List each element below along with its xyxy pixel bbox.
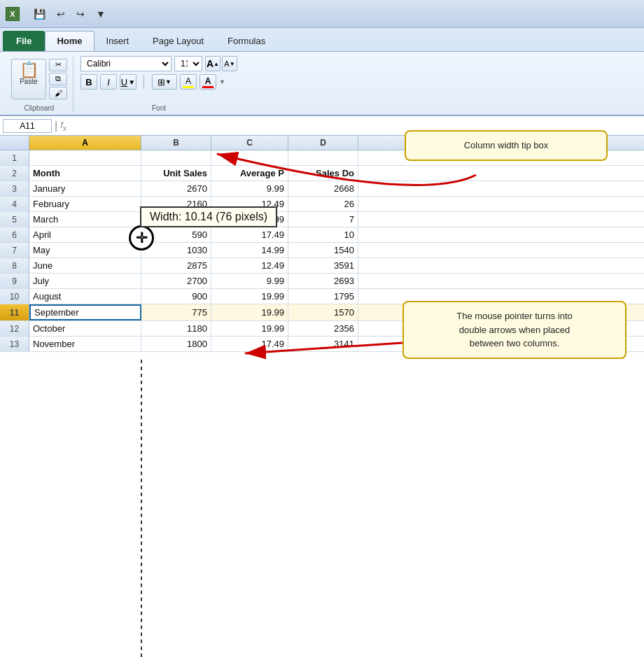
cell[interactable]: September <box>29 304 141 320</box>
cell[interactable]: August <box>29 289 141 304</box>
cell[interactable] <box>288 150 358 165</box>
save-button[interactable]: 💾 <box>29 6 50 22</box>
cell[interactable]: 3141 <box>288 337 358 351</box>
cell[interactable]: 900 <box>141 289 211 304</box>
italic-button[interactable]: I <box>100 74 117 90</box>
table-row: 2MonthUnit SalesAverage PSales Do <box>0 166 644 181</box>
cell[interactable]: 19.99 <box>211 321 288 336</box>
cell[interactable]: 26 <box>288 197 358 211</box>
cell[interactable]: 19.99 <box>211 304 288 320</box>
cell[interactable]: March <box>29 212 141 227</box>
cell[interactable]: 1795 <box>288 289 358 304</box>
cell[interactable]: 14.99 <box>211 243 288 257</box>
cell[interactable]: 2875 <box>141 258 211 273</box>
ribbon-tabs: File Home Insert Page Layout Formulas <box>0 28 644 51</box>
cell[interactable]: May <box>29 243 141 257</box>
font-grow-button[interactable]: A▲ <box>205 56 220 71</box>
quick-access-dropdown[interactable]: ▼ <box>92 6 110 22</box>
paste-button[interactable]: 📋 Paste <box>11 59 46 99</box>
font-label: Font <box>152 101 166 112</box>
cell[interactable]: 2668 <box>288 181 358 196</box>
font-group-content: Calibri 11 A▲ A▼ <box>80 56 237 90</box>
font-size-select[interactable]: 11 <box>174 56 202 71</box>
cell[interactable]: 17.49 <box>211 227 288 242</box>
cell[interactable] <box>29 150 141 165</box>
cell[interactable]: 17.49 <box>211 337 288 351</box>
cell[interactable]: January <box>29 181 141 196</box>
row-number: 4 <box>0 197 29 211</box>
paste-icon: 📋 <box>20 62 38 78</box>
font-shrink-button[interactable]: A▼ <box>222 56 237 71</box>
tab-file[interactable]: File <box>3 31 45 51</box>
underline-button[interactable]: U ▼ <box>120 74 136 90</box>
bold-button[interactable]: B <box>80 74 97 90</box>
callout-mouse-pointer: The mouse pointer turns into double arro… <box>402 301 626 359</box>
cell[interactable]: October <box>29 321 141 336</box>
cell[interactable]: February <box>29 197 141 211</box>
cell[interactable]: 2700 <box>141 274 211 288</box>
row-number: 13 <box>0 337 29 351</box>
row-number: 9 <box>0 274 29 288</box>
row-number: 5 <box>0 212 29 227</box>
undo-button[interactable]: ↩ <box>52 6 69 22</box>
name-box[interactable] <box>3 119 52 133</box>
title-bar: X 💾 ↩ ↪ ▼ <box>0 0 644 28</box>
fill-color-button[interactable]: A <box>180 74 197 90</box>
cell[interactable]: July <box>29 274 141 288</box>
cell[interactable]: 7 <box>288 212 358 227</box>
cell[interactable]: 10 <box>288 227 358 242</box>
cell[interactable]: 1800 <box>141 337 211 351</box>
bold-icon: B <box>85 77 92 87</box>
format-painter-button[interactable]: 🖌 <box>49 87 67 99</box>
cell[interactable]: November <box>29 337 141 351</box>
cell[interactable]: Unit Sales <box>141 166 211 181</box>
fill-color-icon: A <box>183 76 194 88</box>
font-color-button[interactable]: A <box>200 74 216 90</box>
redo-button[interactable]: ↪ <box>72 6 89 22</box>
cell[interactable]: Average P <box>211 166 288 181</box>
cut-button[interactable]: ✂ <box>49 59 67 71</box>
cell[interactable]: 2356 <box>288 321 358 336</box>
cell[interactable]: 12.49 <box>211 258 288 273</box>
col-header-A[interactable]: A <box>29 136 141 150</box>
cell[interactable] <box>211 150 288 165</box>
font-grow-icon: A <box>206 58 214 69</box>
col-header-C[interactable]: C <box>211 136 288 150</box>
font-name-select[interactable]: Calibri <box>80 56 172 71</box>
cell[interactable]: 2670 <box>141 181 211 196</box>
tab-formulas[interactable]: Formulas <box>216 31 277 51</box>
cell[interactable]: April <box>29 227 141 242</box>
cell[interactable]: June <box>29 258 141 273</box>
row-number: 6 <box>0 227 29 242</box>
cell[interactable]: 2693 <box>288 274 358 288</box>
row-number: 2 <box>0 166 29 181</box>
borders-icon: ⊞ <box>158 77 165 87</box>
font-row1: Calibri 11 A▲ A▼ <box>80 56 237 71</box>
cell[interactable]: Sales Do <box>288 166 358 181</box>
cell[interactable]: 1180 <box>141 321 211 336</box>
borders-button[interactable]: ⊞ ▼ <box>152 74 177 90</box>
tab-page-layout[interactable]: Page Layout <box>141 31 216 51</box>
fx-button[interactable]: fx <box>60 120 66 132</box>
cell[interactable]: 3591 <box>288 258 358 273</box>
cell[interactable]: 9.99 <box>211 274 288 288</box>
formula-divider: | <box>55 120 57 132</box>
cell[interactable]: 19.99 <box>211 289 288 304</box>
cell[interactable]: Month <box>29 166 141 181</box>
cell[interactable]: 1570 <box>288 304 358 320</box>
cell[interactable]: 1540 <box>288 243 358 257</box>
cell[interactable] <box>141 150 211 165</box>
col-header-B[interactable]: B <box>141 136 211 150</box>
clipboard-group: 📋 Paste ✂ ⧉ 🖌 <box>6 56 74 112</box>
font-row2: B I U ▼ │ ⊞ ▼ A <box>80 74 237 90</box>
callout-width-tip-text: Column width tip box <box>464 140 549 150</box>
corner-cell <box>0 136 29 150</box>
tab-home[interactable]: Home <box>45 31 94 51</box>
tab-insert[interactable]: Insert <box>94 31 141 51</box>
cell[interactable]: 9.99 <box>211 181 288 196</box>
cell[interactable]: 775 <box>141 304 211 320</box>
quick-access-toolbar[interactable]: 💾 ↩ ↪ ▼ <box>29 6 110 22</box>
cell[interactable]: 1030 <box>141 243 211 257</box>
copy-button[interactable]: ⧉ <box>49 73 67 85</box>
col-header-D[interactable]: D <box>288 136 358 150</box>
